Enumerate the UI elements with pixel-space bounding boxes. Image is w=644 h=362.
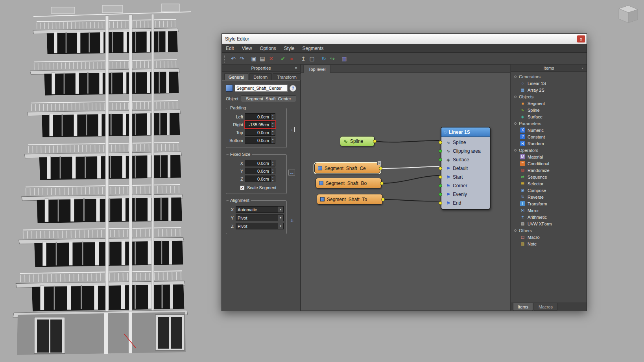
items-section-others[interactable]: Others: [511, 227, 587, 234]
input-socket[interactable]: [439, 175, 442, 179]
items-tree-item-linear-1s[interactable]: ◌ Linear 1S: [511, 80, 587, 87]
validate-icon[interactable]: ✔: [279, 54, 287, 63]
items-tree-item-transform[interactable]: T Transform: [511, 200, 587, 207]
input-socket[interactable]: [439, 167, 442, 170]
expand-top-icon[interactable]: ↥: [299, 54, 308, 63]
items-section-parameters[interactable]: Parameters: [511, 120, 587, 127]
tab-deform[interactable]: Deform: [249, 73, 272, 80]
record-icon[interactable]: ●: [287, 54, 296, 63]
align-z-dropdown[interactable]: Pivot: [236, 223, 284, 229]
fixed-z-input[interactable]: [245, 175, 271, 182]
output-socket[interactable]: [373, 140, 376, 143]
export-icon[interactable]: ↪: [328, 54, 337, 63]
output-socket[interactable]: [379, 166, 382, 170]
node-segment-shaft-bottom[interactable]: Segment_Shaft_Bo: [316, 178, 382, 188]
spinner-up-icon[interactable]: [271, 168, 275, 171]
generator-header[interactable]: ◌ Linear 1S: [441, 127, 490, 137]
items-tree-item-segment[interactable]: ■ Segment: [511, 100, 587, 107]
menu-view[interactable]: View: [238, 44, 256, 52]
padding-left-input[interactable]: [245, 113, 271, 120]
fixed-x-input[interactable]: [245, 160, 271, 166]
properties-close-icon[interactable]: [293, 65, 299, 70]
spinner-down-icon[interactable]: [271, 117, 275, 120]
viewcube[interactable]: [613, 2, 641, 25]
align-y-dropdown[interactable]: Pivot: [236, 214, 284, 221]
items-tree-item-constant[interactable]: 2 Constant: [511, 133, 587, 140]
input-socket[interactable]: [439, 193, 442, 196]
items-tree-item-randomize[interactable]: ⚄ Randomize: [511, 167, 587, 174]
items-tree-item-sequence[interactable]: ⇄ Sequence: [511, 174, 587, 180]
items-tree-item-array-2s[interactable]: ▦ Array 2S: [511, 87, 587, 93]
tab-top-level[interactable]: Top level: [303, 65, 330, 73]
fixed-y-spinner[interactable]: [271, 168, 275, 174]
input-socket[interactable]: [439, 184, 442, 188]
node-segment-shaft-center[interactable]: Segment_Shaft_Ce: [314, 163, 380, 174]
input-socket[interactable]: [439, 141, 442, 144]
padding-left-spinner[interactable]: [271, 113, 275, 120]
spinner-down-icon[interactable]: [271, 171, 275, 174]
items-tree-item-surface[interactable]: ◈ Surface: [511, 113, 587, 120]
items-tree-item-note[interactable]: ▥ Note: [511, 240, 587, 247]
library-icon[interactable]: ▥: [340, 54, 349, 63]
segment-name-input[interactable]: [235, 85, 288, 92]
spinner-down-icon[interactable]: [271, 133, 275, 136]
spinner-up-icon[interactable]: [271, 122, 275, 125]
spinner-up-icon[interactable]: [271, 176, 275, 179]
menu-style[interactable]: Style: [280, 44, 299, 52]
menu-edit[interactable]: Edit: [222, 44, 238, 52]
help-icon[interactable]: ?: [290, 85, 296, 92]
padding-bottom-spinner[interactable]: [271, 137, 275, 144]
padding-right-input[interactable]: [245, 121, 271, 128]
padding-top-input[interactable]: [245, 129, 271, 136]
tab-general[interactable]: General: [224, 73, 248, 80]
refresh-icon[interactable]: ↻: [319, 54, 328, 63]
copy-icon[interactable]: ▣: [249, 54, 258, 63]
output-socket[interactable]: [381, 198, 385, 201]
items-section-objects[interactable]: Objects: [511, 93, 587, 100]
spinner-up-icon[interactable]: [271, 160, 275, 163]
spinner-down-icon[interactable]: [271, 179, 275, 182]
fixed-x-spinner[interactable]: [271, 160, 275, 166]
items-tree-item-compose[interactable]: ◉ Compose: [511, 187, 587, 194]
items-tree-item-reverse[interactable]: ⇅ Reverse: [511, 194, 587, 200]
fixed-y-input[interactable]: [245, 168, 271, 174]
toolbar-grip-icon[interactable]: [224, 55, 227, 63]
items-tree-item-selector[interactable]: ☰ Selector: [511, 180, 587, 187]
input-socket[interactable]: [439, 158, 442, 162]
items-tree-item-spline[interactable]: ∿ Spline: [511, 107, 587, 113]
items-tree-item-mirror[interactable]: ⋈ Mirror: [511, 207, 587, 214]
chevron-down-icon[interactable]: [278, 215, 283, 221]
input-socket[interactable]: [439, 150, 442, 153]
collapse-icon[interactable]: ▢: [308, 54, 316, 63]
node-linear-1s[interactable]: ◌ Linear 1S ∿ Spline ∿ Clipping area: [441, 127, 491, 210]
titlebar[interactable]: Style Editor x: [222, 34, 587, 44]
tab-macros[interactable]: Macros: [534, 303, 557, 311]
items-panel-menu-icon[interactable]: [580, 65, 585, 70]
scale-segment-checkbox[interactable]: [240, 185, 245, 190]
spinner-up-icon[interactable]: [271, 114, 275, 117]
chevron-down-icon[interactable]: [278, 223, 283, 229]
items-section-operators[interactable]: Operators: [511, 147, 587, 153]
tab-transform[interactable]: Transform: [273, 73, 301, 80]
object-picker-button[interactable]: Segment_Shaft_Center: [241, 95, 296, 102]
chevron-down-icon[interactable]: [278, 207, 283, 212]
tab-items[interactable]: Items: [513, 303, 533, 311]
node-canvas[interactable]: ∿ Spline Segment_Shaft_Ce Segment_Shaft_…: [301, 73, 510, 310]
paste-icon[interactable]: ▤: [258, 54, 267, 63]
menu-options[interactable]: Options: [256, 44, 280, 52]
spinner-down-icon[interactable]: [271, 140, 275, 144]
fixed-z-spinner[interactable]: [271, 175, 275, 182]
align-x-dropdown[interactable]: Automatic: [236, 206, 284, 213]
spinner-up-icon[interactable]: [271, 129, 275, 133]
output-socket[interactable]: [380, 181, 384, 185]
padding-right-spinner[interactable]: [271, 121, 275, 128]
items-tree-item-conditional[interactable]: = Conditional: [511, 160, 587, 167]
items-tree-item-uvw-xform[interactable]: ▨ UVW XForm: [511, 220, 587, 227]
padding-top-spinner[interactable]: [271, 129, 275, 136]
node-segment-shaft-top[interactable]: Segment_Shaft_To: [317, 194, 383, 205]
undo-icon[interactable]: ↶: [229, 54, 238, 63]
items-tree-item-material[interactable]: M Material: [511, 153, 587, 160]
spinner-up-icon[interactable]: [271, 137, 275, 140]
spinner-down-icon[interactable]: [271, 163, 275, 166]
padding-bottom-input[interactable]: [245, 137, 271, 144]
